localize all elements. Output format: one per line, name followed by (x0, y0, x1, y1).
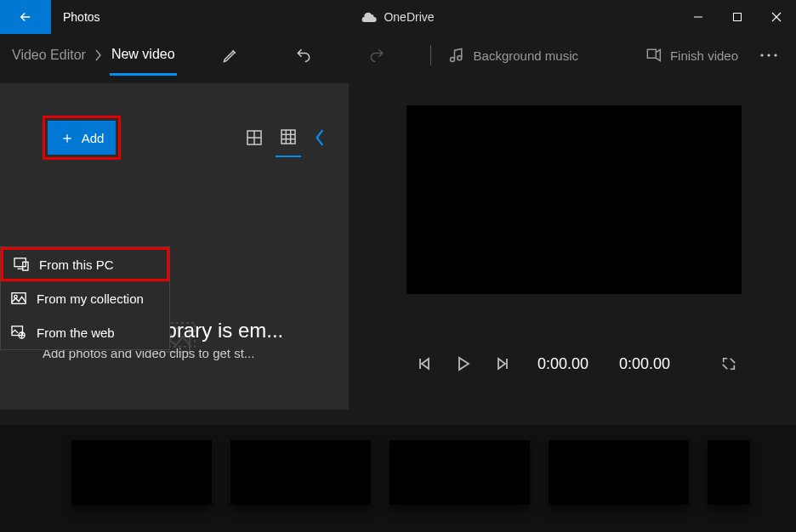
svg-rect-1 (734, 14, 742, 21)
svg-point-2 (760, 54, 763, 56)
redo-icon (367, 47, 386, 64)
back-button[interactable] (0, 0, 51, 34)
storyboard-slot[interactable] (71, 440, 212, 505)
plus-icon: ＋ (60, 127, 75, 148)
breadcrumb-root[interactable]: Video Editor (10, 35, 88, 76)
player-controls: 0:00.00 0:00.00 (407, 347, 747, 381)
toolbar: Video Editor New video Background music … (0, 34, 796, 76)
fullscreen-icon (721, 356, 736, 371)
step-back-icon (418, 357, 431, 371)
svg-point-4 (774, 54, 776, 56)
app-title: Photos (63, 10, 100, 24)
svg-point-3 (767, 54, 770, 56)
finish-video-button[interactable]: Finish video (641, 35, 742, 76)
breadcrumb: Video Editor New video (10, 35, 177, 76)
play-icon (457, 356, 470, 371)
grid-small-view-button[interactable] (276, 118, 301, 157)
library-view-switcher (242, 118, 325, 157)
collapse-library-button[interactable] (315, 129, 325, 146)
title-bar: Photos OneDrive (0, 0, 796, 34)
menu-label-from-pc: From this PC (39, 258, 114, 272)
chevron-right-icon (94, 49, 103, 61)
globe-image-icon (11, 325, 28, 339)
time-current: 0:00.00 (537, 355, 588, 373)
arrow-left-icon (18, 9, 33, 25)
grid-3x3-icon (281, 129, 296, 144)
grid-large-view-button[interactable] (242, 118, 267, 157)
add-label: Add (82, 131, 105, 145)
menu-label-from-collection: From my collection (37, 291, 144, 306)
finish-video-label: Finish video (670, 48, 738, 63)
add-button[interactable]: ＋ Add (48, 121, 116, 155)
svg-rect-8 (281, 130, 295, 144)
background-music-label: Background music (474, 48, 578, 63)
background-music-button[interactable]: Background music (445, 35, 582, 76)
redo-button[interactable] (357, 35, 396, 76)
breadcrumb-current[interactable]: New video (110, 35, 177, 76)
chevron-left-icon (315, 129, 325, 146)
menu-label-from-web: From the web (37, 325, 115, 340)
rename-button[interactable] (211, 35, 250, 76)
storyboard-slot[interactable] (549, 440, 689, 505)
music-icon (448, 47, 465, 64)
play-button[interactable] (446, 347, 481, 381)
monitor-icon (14, 258, 31, 271)
onedrive-status[interactable]: OneDrive (361, 10, 434, 24)
toolbar-separator (430, 45, 431, 65)
main-area: ＋ Add Your project library is em... (0, 76, 796, 442)
onedrive-label: OneDrive (384, 10, 434, 24)
highlight-add-button: ＋ Add (43, 116, 121, 160)
menu-item-from-web[interactable]: From the web (1, 315, 169, 349)
storyboard[interactable] (0, 425, 796, 532)
cloud-icon (361, 12, 377, 22)
library-toolbar: ＋ Add (0, 83, 349, 160)
maximize-button[interactable] (718, 0, 757, 34)
more-button[interactable] (752, 35, 786, 76)
grid-2x2-icon (247, 130, 262, 145)
storyboard-slot[interactable] (230, 440, 371, 505)
ellipsis-icon (760, 53, 777, 58)
previous-frame-button[interactable] (407, 347, 442, 381)
window-controls (679, 0, 796, 34)
menu-item-from-collection[interactable]: From my collection (1, 281, 169, 315)
close-button[interactable] (757, 0, 796, 34)
pencil-icon (222, 47, 239, 64)
next-frame-button[interactable] (485, 347, 520, 381)
video-preview[interactable] (407, 105, 742, 294)
minimize-button[interactable] (679, 0, 718, 34)
image-icon (11, 291, 28, 305)
export-icon (645, 47, 662, 64)
storyboard-slot[interactable] (708, 440, 750, 505)
undo-icon (294, 47, 313, 64)
time-total: 0:00.00 (619, 355, 670, 373)
fullscreen-button[interactable] (711, 347, 747, 381)
step-forward-icon (496, 357, 509, 371)
add-menu: From this PC From my collection From the… (0, 246, 170, 350)
menu-item-from-this-pc[interactable]: From this PC (1, 247, 169, 281)
storyboard-slot[interactable] (389, 440, 530, 505)
undo-button[interactable] (284, 35, 323, 76)
